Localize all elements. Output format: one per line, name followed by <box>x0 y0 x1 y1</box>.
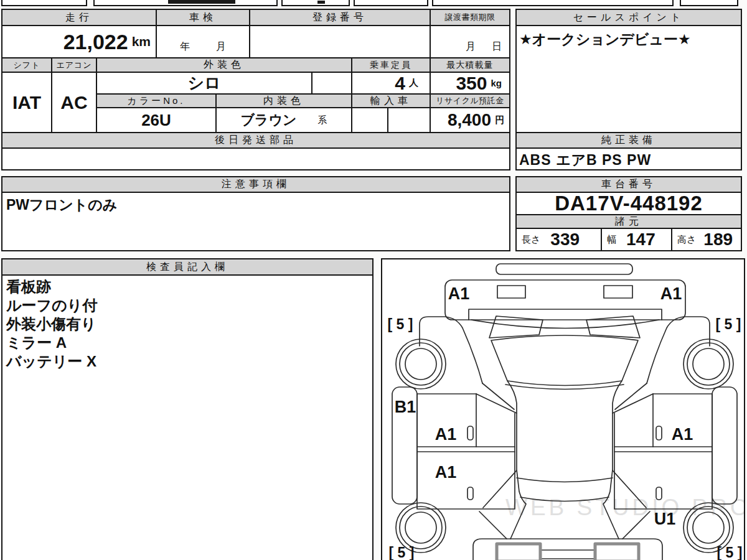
import-empty-cell-1 <box>351 107 388 133</box>
damage-label-right-rear: U1 <box>654 510 676 528</box>
front-grille-left <box>497 286 525 298</box>
chassis-value: DA17V-448192 <box>515 192 742 215</box>
specs-header: 諸元 <box>515 214 742 229</box>
max-load-header: 最大積載量 <box>430 57 510 73</box>
sales-point-body: ★オークションデビュー★ <box>515 25 742 133</box>
max-load-number: 350 <box>456 73 487 94</box>
registration-header: 登録番号 <box>249 9 431 26</box>
damage-label-right-door-front: A1 <box>672 425 693 444</box>
interior-color-header: 内装色 <box>215 93 352 108</box>
notes-header: 注意事項欄 <box>1 176 510 193</box>
import-empty-cell-2 <box>387 107 431 133</box>
front-fender-left <box>420 317 482 383</box>
inspector-line: バッテリー X <box>6 352 369 371</box>
watermark-text: WEB STUDIO PRO <box>505 495 745 520</box>
rear-bumper <box>473 539 662 560</box>
tire-depth-rear-left: [ 5 ] <box>389 544 415 560</box>
left-door-handle-rear <box>467 487 473 500</box>
left-door-handle-front <box>467 426 473 440</box>
exterior-color-empty-cell <box>311 72 352 95</box>
recycle-unit: 円 <box>495 114 504 126</box>
registration-value <box>249 25 431 58</box>
damage-label-left-door-front: A1 <box>435 425 457 444</box>
inspector-header: 検査員記入欄 <box>1 258 374 276</box>
sales-point-text: ★オークションデビュー★ <box>517 26 741 53</box>
tire-depth-rear-right: [ 5 ] <box>717 544 743 560</box>
damage-label-left-pillar: B1 <box>395 398 416 416</box>
spec-width-label: 幅 <box>607 234 616 246</box>
inspector-body: 看板跡 ルーフのり付 外装小傷有り ミラー A バッテリー X <box>1 274 374 560</box>
recycle-number: 8,400 <box>448 110 491 130</box>
car-diagram: WEB STUDIO PRO <box>382 259 745 560</box>
shift-value: IAT <box>1 72 52 133</box>
right-sill-strip <box>712 387 737 504</box>
roof-strip <box>496 264 632 274</box>
spec-width-cell: 幅 147 <box>601 228 672 251</box>
capacity-unit: 人 <box>409 77 418 89</box>
front-fender-right <box>647 317 710 383</box>
mileage-number: 21,022 <box>63 30 128 54</box>
shaken-year-placeholder: 年 <box>180 40 190 54</box>
interior-color-name: ブラウン <box>240 111 296 129</box>
later-parts-value <box>1 147 510 170</box>
shaken-header: 車検 <box>156 9 250 26</box>
tire-depth-front-left: [ 5 ] <box>388 316 413 332</box>
exterior-color-value: シロ <box>96 72 312 95</box>
tire-depth-front-right: [ 5 ] <box>716 316 741 332</box>
aircon-value: AC <box>51 72 97 133</box>
right-door-handle-front <box>656 426 662 440</box>
interior-color-value: ブラウン 系 <box>215 107 352 133</box>
front-panel <box>445 280 685 320</box>
notes-text: PWフロントのみ <box>2 193 509 217</box>
spec-height-label: 高さ <box>677 234 696 246</box>
windshield <box>491 335 638 386</box>
exterior-color-header: 外装色 <box>96 57 352 73</box>
later-parts-header: 後日発送部品 <box>1 132 510 149</box>
shaken-month-placeholder: 月 <box>216 40 226 54</box>
transfer-day-placeholder: 日 <box>492 40 502 54</box>
capacity-number: 4 <box>395 73 405 94</box>
max-load-unit: kg <box>491 78 502 88</box>
inspector-line: ミラー A <box>6 334 369 352</box>
mileage-header: 走行 <box>1 9 157 26</box>
genuine-equipment-text: ABS エアB PS PW <box>517 149 741 172</box>
recycle-deposit-value: 8,400 円 <box>430 107 510 133</box>
inspector-line: ルーフのり付 <box>6 296 369 315</box>
transfer-docs-value: 月 日 <box>430 25 510 58</box>
inspector-line: 外装小傷有り <box>6 315 369 334</box>
transfer-month-placeholder: 月 <box>466 40 476 54</box>
spec-length-label: 長さ <box>522 234 540 246</box>
wheel-front-left <box>396 339 446 389</box>
front-grille-right <box>604 286 632 298</box>
spec-height-cell: 高さ 189 <box>671 228 742 251</box>
color-no-value: 26U <box>96 107 217 133</box>
transfer-docs-header: 譲渡書類期限 <box>430 9 510 26</box>
max-load-value: 350 kg <box>430 72 510 95</box>
shift-header: シフト <box>1 57 52 73</box>
interior-color-suffix: 系 <box>318 114 327 126</box>
spec-height-value: 189 <box>703 230 733 250</box>
spec-width-value: 147 <box>626 230 655 250</box>
damage-label-left-door-rear: A1 <box>435 463 457 482</box>
damage-label-front-left: A1 <box>448 284 470 303</box>
sales-point-header: セールスポイント <box>515 9 742 26</box>
spec-length-value: 339 <box>550 230 580 250</box>
rear-bumper-step-left <box>497 544 540 560</box>
notes-body: PWフロントのみ <box>1 192 510 251</box>
auction-sheet: { "vehicle": { "mileage_label": "走行", "m… <box>0 0 747 560</box>
mileage-unit: km <box>132 34 151 49</box>
mileage-value: 21,022 km <box>1 25 157 58</box>
damage-diagram-box: WEB STUDIO PRO <box>381 258 745 560</box>
spec-length-cell: 長さ 339 <box>515 228 602 251</box>
chassis-header: 車台番号 <box>515 176 742 193</box>
genuine-equipment-header: 純正装備 <box>515 132 742 149</box>
wheel-front-right <box>684 339 733 389</box>
shaken-value: 年 月 <box>156 25 250 58</box>
recycle-deposit-header: リサイクル預託金 <box>430 93 510 108</box>
damage-label-front-right: A1 <box>660 284 682 303</box>
rear-bumper-step-right <box>595 544 639 560</box>
genuine-equipment-body: ABS エアB PS PW <box>515 147 742 170</box>
import-header: 輸入車 <box>351 93 431 108</box>
color-no-header: カラーNo. <box>96 93 217 108</box>
capacity-value: 4 人 <box>351 72 431 95</box>
